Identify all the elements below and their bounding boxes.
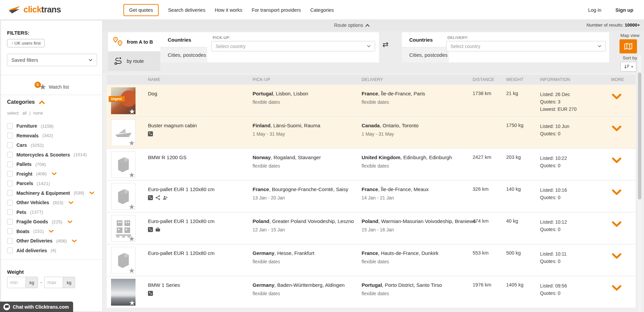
distance-value: 1738 km — [473, 91, 491, 96]
weight-value: 40 kg — [506, 218, 518, 224]
category-checkbox[interactable] — [7, 209, 13, 215]
route-options-toggle[interactable]: Route options — [334, 23, 370, 28]
table-row[interactable]: ★ Euro-pallet EUR 1 120x80 cm Poland, Gr… — [107, 213, 636, 244]
delivery-tab-cities[interactable]: Cities, postcodes — [402, 47, 449, 62]
expand-row-button[interactable] — [612, 189, 622, 196]
watch-star-icon[interactable]: ★ — [129, 108, 135, 115]
table-row[interactable]: ★ Euro-pallet EUR 1 120x80 cm France, Bo… — [107, 181, 636, 212]
sidebar-item-motorcycles-scooters[interactable]: Motorcycles & Scooters(1014) — [7, 150, 98, 160]
sidebar-item-fragile-goods[interactable]: Fragile Goods(225) — [7, 217, 98, 227]
listing-badges — [148, 195, 168, 200]
category-label: Removals — [16, 133, 39, 138]
category-checkbox[interactable] — [7, 200, 13, 206]
nav-categories[interactable]: Categories — [310, 7, 334, 13]
chevron-down-icon[interactable] — [52, 172, 57, 175]
delivery-location: France, Île-de-France, Paris — [362, 91, 425, 96]
uk-users-first-chip[interactable]: ↑ UK users first — [7, 39, 45, 47]
scrollbar-thumb[interactable] — [638, 73, 641, 199]
category-checkbox[interactable] — [7, 190, 13, 196]
info-line: Listed: 09:56 — [540, 282, 567, 289]
listing-thumbnail[interactable]: ★ — [111, 119, 136, 146]
nav-get-quotes[interactable]: Get quotes — [123, 4, 159, 16]
tab-by-route[interactable]: by route — [108, 51, 160, 71]
category-checkbox[interactable] — [7, 238, 13, 244]
sidebar-item-boats[interactable]: Boats(151) — [7, 227, 98, 236]
sidebar-item-parcels[interactable]: Parcels(1421) — [7, 179, 98, 188]
sidebar-item-other-deliveries[interactable]: Other Deliveries(456) — [7, 236, 98, 246]
sidebar-item-machinery-equipment[interactable]: Machinery & Equipment(539) — [7, 188, 98, 198]
clicktrans-logo[interactable]: clicktrans — [8, 5, 61, 14]
nav-how-it-works[interactable]: How it works — [215, 7, 242, 13]
expand-row-button[interactable] — [612, 94, 622, 101]
select-all-link[interactable]: all — [22, 110, 27, 116]
listing-thumbnail[interactable]: ★ — [111, 151, 136, 178]
category-checkbox[interactable] — [7, 181, 13, 186]
chat-widget-bar[interactable]: Chat with Clicktrans.com — [0, 302, 73, 312]
chevron-down-icon[interactable] — [89, 191, 94, 194]
sidebar-item-aid-deliveries[interactable]: Aid deliveries(4) — [7, 246, 98, 256]
expand-row-button[interactable] — [612, 158, 622, 165]
pickup-country-select[interactable]: Select country — [211, 41, 375, 51]
select-none-link[interactable]: none — [33, 110, 43, 116]
category-checkbox[interactable] — [7, 162, 13, 167]
category-checkbox[interactable] — [7, 228, 13, 234]
category-label: Machinery & Equipment — [16, 190, 70, 196]
category-checkbox[interactable] — [7, 152, 13, 158]
nav-for-transport-providers[interactable]: For transport providers — [252, 7, 301, 13]
nav-search-deliveries[interactable]: Search deliveries — [168, 7, 205, 13]
sidebar-item-pets[interactable]: Pets(1377) — [7, 208, 98, 217]
category-checkbox[interactable] — [7, 142, 13, 148]
expand-row-button[interactable] — [612, 221, 622, 228]
category-checkbox[interactable] — [7, 248, 13, 253]
sort-button[interactable]: ▾ — [621, 62, 636, 72]
category-checkbox[interactable] — [7, 123, 13, 129]
info-line: Lowest: EUR 270 — [540, 105, 577, 113]
watch-star-icon[interactable]: ★ — [128, 139, 135, 146]
watch-star-icon[interactable]: ★ — [128, 235, 135, 242]
table-row[interactable]: ★ BMW R 1200 GS Norway, Rogaland, Stavan… — [107, 149, 636, 180]
pickup-tab-countries[interactable]: Countries — [160, 32, 207, 47]
table-row[interactable]: ★ Euro-pallet EUR 1 120x80 cm Germany, H… — [107, 244, 636, 276]
chevron-up-icon[interactable] — [39, 100, 45, 104]
watch-star-icon[interactable]: ★ — [128, 203, 135, 210]
category-checkbox[interactable] — [7, 219, 13, 225]
map-view-button[interactable] — [620, 39, 637, 53]
delivery-tab-countries[interactable]: Countries — [402, 32, 449, 47]
chevron-down-icon[interactable] — [67, 220, 72, 223]
listing-thumbnail[interactable]: ★ — [111, 183, 136, 210]
expand-row-button[interactable] — [612, 126, 622, 133]
sidebar-item-freight[interactable]: Freight(408) — [7, 169, 98, 179]
tab-from-a-to-b[interactable]: from A to B — [108, 32, 160, 51]
listing-thumbnail[interactable]: ★ — [111, 247, 136, 274]
sidebar-item-other-vehicles[interactable]: Other Vehicles(923) — [7, 198, 98, 208]
watch-list-button[interactable]: 0 ★ Watch list — [1, 79, 102, 95]
pickup-tab-cities[interactable]: Cities, postcodes — [160, 47, 207, 62]
sidebar-item-pallets[interactable]: Pallets(708) — [7, 160, 98, 169]
category-checkbox[interactable] — [7, 133, 13, 138]
category-checkbox[interactable] — [7, 171, 13, 177]
watch-star-icon[interactable]: ★ — [128, 267, 135, 274]
listing-thumbnail[interactable]: ★ — [111, 279, 136, 306]
sidebar-item-furniture[interactable]: Furniture(1158) — [7, 121, 98, 131]
table-row[interactable]: ★ BMW 1 Series Germany, Baden-Württember… — [107, 276, 636, 308]
watch-star-icon[interactable]: ★ — [128, 171, 135, 178]
expand-row-button[interactable] — [612, 253, 622, 260]
weight-max-input[interactable] — [44, 277, 63, 288]
saved-filters-select[interactable]: Saved filters — [7, 54, 97, 66]
weight-min-input[interactable] — [7, 277, 25, 288]
watch-star-icon[interactable]: ★ — [129, 299, 135, 306]
expand-row-button[interactable] — [612, 285, 622, 292]
listing-thumbnail[interactable]: ★ — [111, 215, 136, 242]
delivery-country-select[interactable]: Select country — [446, 41, 606, 51]
listing-thumbnail[interactable]: ★ Urgent — [111, 87, 136, 114]
sidebar-item-removals[interactable]: Removals(342) — [7, 131, 98, 141]
table-row[interactable]: ★ Buster magnum cabin Finland, Länsi-Suo… — [107, 117, 636, 148]
chevron-down-icon[interactable] — [68, 201, 73, 204]
chevron-down-icon[interactable] — [49, 230, 54, 233]
login-link[interactable]: Log in — [588, 7, 601, 13]
table-row[interactable]: ★ Urgent Dog Portugal, Lisbon, Lisbon fl… — [107, 85, 636, 116]
swap-directions-icon[interactable]: ⇄ — [382, 40, 388, 49]
sidebar-item-cars[interactable]: Cars(3252) — [7, 140, 98, 150]
chevron-down-icon[interactable] — [72, 239, 77, 242]
signup-link[interactable]: Sign up — [615, 7, 633, 13]
